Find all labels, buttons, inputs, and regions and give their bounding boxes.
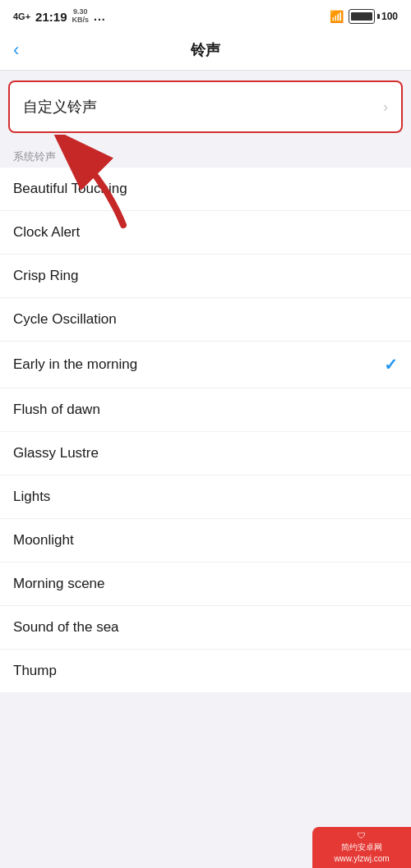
selected-checkmark: ✓: [384, 355, 398, 374]
status-left: 4G+ 21:19 9.30 KB/s ...: [13, 8, 106, 25]
ringtone-list: Beautiful TouchingClock AlertCrisp RingC…: [0, 168, 411, 692]
list-item[interactable]: Flush of dawn: [0, 388, 411, 432]
status-right: 📶 100: [330, 9, 398, 24]
ringtone-name: Flush of dawn: [13, 402, 100, 418]
custom-ringtone-label: 自定义铃声: [23, 97, 97, 117]
ringtone-name: Crisp Ring: [13, 268, 78, 284]
list-item[interactable]: Thump: [0, 650, 411, 692]
ringtone-name: Sound of the sea: [13, 619, 119, 636]
ringtone-name: Moonlight: [13, 532, 74, 549]
battery-indicator: 100: [349, 9, 398, 24]
list-item[interactable]: Glassy Lustre: [0, 432, 411, 475]
battery-level: 100: [381, 11, 398, 22]
watermark-site-name: 简约安卓网: [334, 842, 389, 853]
watermark: 🛡 简约安卓网 www.ylzwj.com: [312, 827, 411, 868]
ringtone-name: Beautiful Touching: [13, 181, 127, 197]
list-item[interactable]: Sound of the sea: [0, 606, 411, 650]
list-item[interactable]: Crisp Ring: [0, 255, 411, 298]
list-item[interactable]: Early in the morning✓: [0, 342, 411, 388]
ringtone-name: Lights: [13, 489, 50, 505]
watermark-url: www.ylzwj.com: [334, 853, 389, 865]
custom-ringtone-container[interactable]: 自定义铃声 ›: [8, 80, 403, 133]
status-bar: 4G+ 21:19 9.30 KB/s ... 📶 100: [0, 0, 411, 30]
watermark-text: 🛡 简约安卓网 www.ylzwj.com: [334, 830, 389, 865]
ringtone-name: Clock Alert: [13, 224, 80, 241]
ringtone-name: Cycle Oscillation: [13, 311, 117, 328]
network-speed: 9.30 KB/s: [72, 8, 89, 25]
back-button[interactable]: ‹: [13, 39, 19, 61]
ringtone-name: Early in the morning: [13, 356, 137, 373]
nav-bar: ‹ 铃声: [0, 30, 411, 71]
list-item[interactable]: Beautiful Touching: [0, 168, 411, 211]
list-item[interactable]: Morning scene: [0, 563, 411, 606]
page-title: 铃声: [191, 40, 220, 60]
custom-ringtone-row[interactable]: 自定义铃声 ›: [10, 82, 401, 131]
status-time: 21:19: [35, 10, 67, 24]
list-item[interactable]: Clock Alert: [0, 211, 411, 255]
status-dots: ...: [94, 10, 106, 23]
chevron-right-icon: ›: [383, 99, 388, 116]
watermark-icon: 🛡: [334, 830, 389, 842]
ringtone-name: Thump: [13, 663, 57, 679]
section-header-label: 系统铃声: [13, 150, 56, 163]
section-header: 系统铃声: [0, 143, 411, 168]
ringtone-name: Glassy Lustre: [13, 445, 99, 462]
ringtone-name: Morning scene: [13, 576, 105, 592]
signal-indicator: 4G+: [13, 11, 30, 21]
list-item[interactable]: Lights: [0, 475, 411, 519]
wifi-icon: 📶: [330, 10, 344, 23]
list-item[interactable]: Moonlight: [0, 519, 411, 563]
list-item[interactable]: Cycle Oscillation: [0, 298, 411, 342]
